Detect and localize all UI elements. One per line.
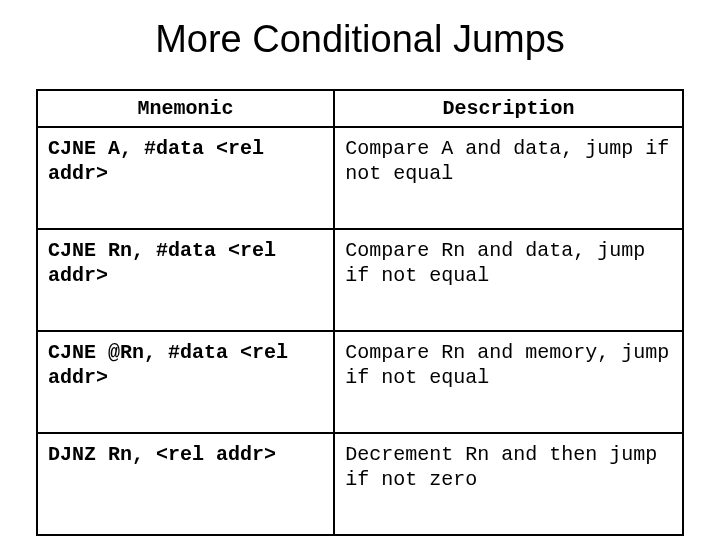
slide: More Conditional Jumps Mnemonic Descript… [0, 0, 720, 540]
cell-description: Compare Rn and data, jump if not equal [334, 229, 683, 331]
cell-mnemonic: DJNZ Rn, <rel addr> [37, 433, 334, 535]
cell-description: Compare A and data, jump if not equal [334, 127, 683, 229]
page-title: More Conditional Jumps [36, 18, 684, 61]
header-mnemonic: Mnemonic [37, 90, 334, 127]
table-row: CJNE Rn, #data <rel addr> Compare Rn and… [37, 229, 683, 331]
header-description: Description [334, 90, 683, 127]
table-row: CJNE A, #data <rel addr> Compare A and d… [37, 127, 683, 229]
table-header-row: Mnemonic Description [37, 90, 683, 127]
table-row: DJNZ Rn, <rel addr> Decrement Rn and the… [37, 433, 683, 535]
table-row: CJNE @Rn, #data <rel addr> Compare Rn an… [37, 331, 683, 433]
cell-mnemonic: CJNE Rn, #data <rel addr> [37, 229, 334, 331]
cell-mnemonic: CJNE @Rn, #data <rel addr> [37, 331, 334, 433]
cell-mnemonic: CJNE A, #data <rel addr> [37, 127, 334, 229]
jump-table: Mnemonic Description CJNE A, #data <rel … [36, 89, 684, 536]
cell-description: Compare Rn and memory, jump if not equal [334, 331, 683, 433]
cell-description: Decrement Rn and then jump if not zero [334, 433, 683, 535]
